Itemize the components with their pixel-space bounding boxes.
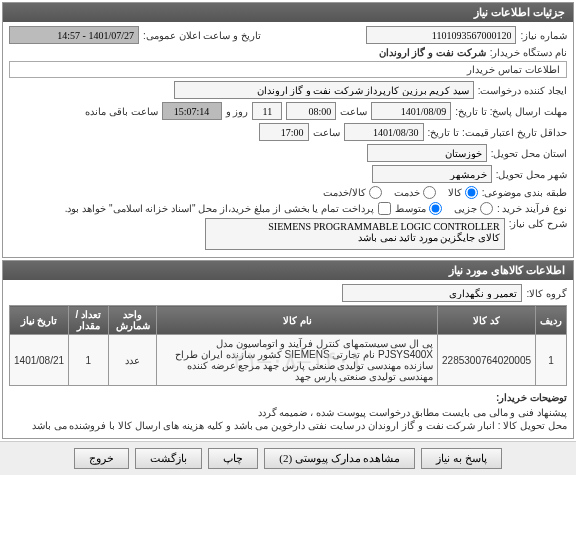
province-input[interactable] <box>367 144 487 162</box>
requester-input <box>174 81 474 99</box>
buyer-label: نام دستگاه خریدار: <box>490 47 567 58</box>
need-info-header: جزئیات اطلاعات نیاز <box>3 3 573 22</box>
th-code: کد کالا <box>438 306 536 335</box>
cell-row: 1 <box>536 335 567 386</box>
goods-group-label: گروه کالا: <box>526 288 567 299</box>
print-button[interactable]: چاپ <box>208 448 258 469</box>
time-label-1: ساعت <box>340 106 367 117</box>
province-label: استان محل تحویل: <box>491 148 567 159</box>
buyer-notes-label: توضیحات خریدار: <box>496 392 567 403</box>
category-label: طبقه بندی موضوعی: <box>482 187 567 198</box>
need-info-panel: جزئیات اطلاعات نیاز شماره نیاز: تاریخ و … <box>2 2 574 258</box>
attachments-button[interactable]: مشاهده مدارک پیوستی (2) <box>264 448 415 469</box>
buy-type-label: نوع فرآیند خرید : <box>497 203 567 214</box>
treasury-checkbox[interactable]: پرداخت تمام یا بخشی از مبلغ خرید،از محل … <box>65 202 391 215</box>
need-items-header: اطلاعات کالاهای مورد نیاز <box>3 261 573 280</box>
radio-goods-label: کالا <box>448 187 462 198</box>
remain-suffix: ساعت باقی مانده <box>85 106 158 117</box>
buttons-bar: پاسخ به نیاز مشاهده مدارک پیوستی (2) چاپ… <box>0 441 576 475</box>
need-no-label: شماره نیاز: <box>520 30 567 41</box>
radio-service[interactable]: خدمت <box>394 186 436 199</box>
cell-qty: 1 <box>69 335 109 386</box>
th-row: ردیف <box>536 306 567 335</box>
buyer-note-2: محل تحویل کالا : انبار شرکت نفت و گاز ار… <box>32 420 567 431</box>
remain-days <box>252 102 282 120</box>
table-row[interactable]: 1 2285300764020005 پی ال سی سیستمهای کنت… <box>10 335 567 386</box>
items-table: ردیف کد کالا نام کالا واحد شمارش تعداد /… <box>9 305 567 386</box>
announce-input <box>9 26 139 44</box>
need-desc-textarea[interactable]: SIEMENS PROGRAMMABLE LOGIC CONTROLLER کا… <box>205 218 505 250</box>
city-input[interactable] <box>372 165 492 183</box>
radio-low-label: جزیی <box>454 203 477 214</box>
th-date: تاریخ نیاز <box>10 306 69 335</box>
need-items-panel: اطلاعات کالاهای مورد نیاز گروه کالا: ردی… <box>2 260 574 439</box>
need-no-input[interactable] <box>366 26 516 44</box>
deadline-date[interactable] <box>371 102 451 120</box>
need-desc-label: شرح کلی نیاز: <box>509 218 567 229</box>
radio-mid-label: متوسط <box>395 203 426 214</box>
buyer-value: شرکت نفت و گاز اروندان <box>379 47 486 58</box>
exit-button[interactable]: خروج <box>74 448 129 469</box>
radio-low[interactable]: جزیی <box>454 202 493 215</box>
back-button[interactable]: بازگشت <box>135 448 202 469</box>
validity-label: حداقل تاریخ اعتبار قیمت: تا تاریخ: <box>428 127 567 138</box>
remain-time <box>162 102 222 120</box>
goods-group-input[interactable] <box>342 284 522 302</box>
deadline-time[interactable] <box>286 102 336 120</box>
city-label: شهر محل تحویل: <box>496 169 567 180</box>
requester-label: ایجاد کننده درخواست: <box>478 85 567 96</box>
radio-goods[interactable]: کالا <box>448 186 478 199</box>
th-unit: واحد شمارش <box>108 306 157 335</box>
validity-time[interactable] <box>259 123 309 141</box>
cell-name-text: پی ال سی سیستمهای کنترل فرآیند و اتوماسی… <box>175 338 433 382</box>
remain-days-label: روز و <box>226 106 249 117</box>
cell-code: 2285300764020005 <box>438 335 536 386</box>
radio-both-label: کالا/خدمت <box>323 187 366 198</box>
validity-date[interactable] <box>344 123 424 141</box>
th-qty: تعداد / مقدار <box>69 306 109 335</box>
contact-info-header: اطلاعات تماس خریدار <box>9 61 567 78</box>
time-label-2: ساعت <box>313 127 340 138</box>
announce-label: تاریخ و ساعت اعلان عمومی: <box>143 30 261 41</box>
radio-mid[interactable]: متوسط <box>395 202 442 215</box>
buyer-note-1: پیشنهاد فنی و مالی می بایست مطابق درخواس… <box>32 407 567 418</box>
deadline-label: مهلت ارسال پاسخ: تا تاریخ: <box>455 106 567 117</box>
cell-name: پی ال سی سیستمهای کنترل فرآیند و اتوماسی… <box>157 335 438 386</box>
radio-service-label: خدمت <box>394 187 420 198</box>
radio-both[interactable]: کالا/خدمت <box>323 186 382 199</box>
th-name: نام کالا <box>157 306 438 335</box>
reply-button[interactable]: پاسخ به نیاز <box>421 448 502 469</box>
treasury-note: پرداخت تمام یا بخشی از مبلغ خرید،از محل … <box>65 203 374 214</box>
cell-unit: عدد <box>108 335 157 386</box>
cell-date: 1401/08/21 <box>10 335 69 386</box>
